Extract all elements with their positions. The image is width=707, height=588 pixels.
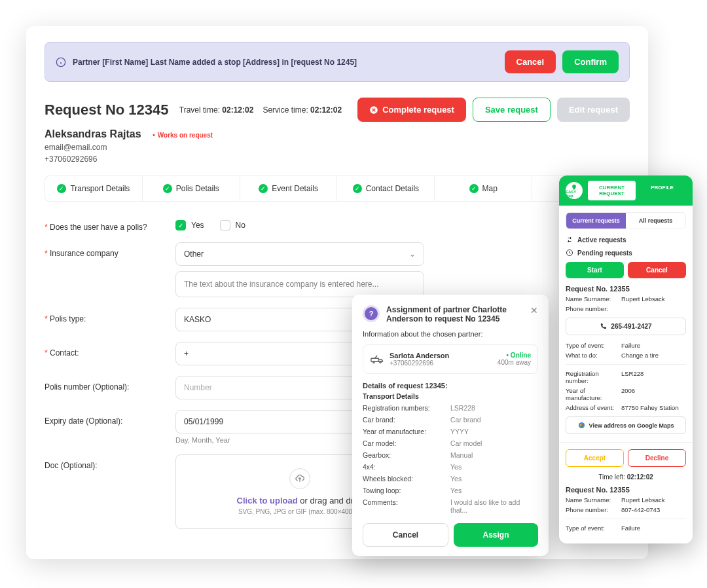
call-phone-button[interactable]: 265-491-2427 <box>566 318 686 335</box>
client-email: email@email.com <box>45 143 630 152</box>
view-on-google-maps-button[interactable]: View address on Google Maps <box>566 416 686 434</box>
accept-button[interactable]: Accept <box>566 449 624 467</box>
transport-details-heading: Transport Details <box>363 392 538 400</box>
checkbox-unchecked-icon <box>220 220 230 230</box>
mobile-app-card: EASY App CURRENT REQUEST PROFILE Current… <box>559 175 693 543</box>
mobile-header: EASY App CURRENT REQUEST PROFILE <box>559 175 693 206</box>
dialog-cancel-button[interactable]: Cancel <box>363 523 448 547</box>
svg-rect-5 <box>371 358 379 361</box>
upload-cloud-icon <box>289 468 310 489</box>
main-desktop-card: Partner [First Name] Last Name added a s… <box>26 26 648 559</box>
app-logo-icon: EASY App <box>566 182 583 199</box>
tab-event-details[interactable]: ✓Event Details <box>240 176 338 201</box>
mobile-start-button[interactable]: Start <box>566 262 624 278</box>
dialog-subtitle: Information about the chosen partner: <box>363 330 538 338</box>
clock-icon <box>566 249 573 257</box>
active-requests-row[interactable]: Active requests <box>566 236 686 244</box>
check-icon: ✓ <box>163 184 172 193</box>
request-header: Request No 12345 Travel time: 02:12:02 S… <box>45 98 630 122</box>
request-2-title: Request No. 12355 <box>566 486 686 494</box>
label-doc: Doc (Optional): <box>45 454 175 470</box>
google-icon <box>578 422 585 429</box>
client-info: Aleksandras Rajtas Works on request emai… <box>45 128 630 164</box>
works-on-request-badge: Works on request <box>153 132 213 139</box>
insurance-description-input[interactable]: The text about the insurance company is … <box>175 271 424 297</box>
segment-current-requests[interactable]: Current requests <box>566 213 626 229</box>
tow-truck-icon <box>370 352 384 366</box>
decline-button[interactable]: Decline <box>628 449 686 467</box>
partner-card: Sarlota Anderson +37060292696 • Online 4… <box>363 344 538 374</box>
question-icon: ? <box>363 305 380 322</box>
mobile-segment-control: Current requests All requests <box>566 212 686 229</box>
notif-confirm-button[interactable]: Confirm <box>562 50 619 73</box>
label-insurance-company: Insurance company <box>45 242 175 258</box>
client-phone: +37060292696 <box>45 155 630 164</box>
travel-time: Travel time: 02:12:02 <box>179 105 254 115</box>
label-has-polis: Does the user have a polis? <box>45 216 175 232</box>
dialog-title: Assignment of partner Charlotte Anderson… <box>386 305 524 323</box>
details-label: Details of request 12345: <box>363 382 538 390</box>
assign-partner-dialog: ? Assignment of partner Charlotte Anders… <box>352 295 549 556</box>
svg-point-9 <box>578 422 584 428</box>
phone-icon <box>600 323 607 330</box>
label-polis-type: Polis type: <box>45 308 175 323</box>
close-icon[interactable]: ✕ <box>530 305 538 316</box>
svg-point-7 <box>380 361 382 363</box>
insurance-company-select[interactable]: Other⌄ <box>175 242 424 266</box>
label-contact: Contact: <box>45 342 175 358</box>
notification-bar: Partner [First Name] Last Name added a s… <box>45 42 630 82</box>
mobile-tab-current-request[interactable]: CURRENT REQUEST <box>588 181 636 200</box>
client-name: Aleksandras Rajtas <box>45 128 141 140</box>
edit-request-button[interactable]: Edit request <box>557 98 630 122</box>
partner-name: Sarlota Anderson <box>390 352 492 359</box>
close-circle-icon <box>369 105 378 115</box>
checkbox-yes[interactable]: ✓Yes <box>175 220 204 230</box>
tab-transport-details[interactable]: ✓Transport Details <box>45 176 143 201</box>
info-icon <box>56 57 66 67</box>
service-time: Service time: 02:12:02 <box>263 105 342 115</box>
pending-requests-row[interactable]: Pending requests <box>566 249 686 257</box>
check-icon: ✓ <box>259 184 268 193</box>
check-icon: ✓ <box>57 184 66 193</box>
tab-map[interactable]: ✓Map <box>435 176 532 201</box>
complete-request-button[interactable]: Complete request <box>357 98 466 122</box>
time-left: Time left: 02:12:02 <box>566 473 686 481</box>
check-icon: ✓ <box>353 184 362 193</box>
tab-contact-details[interactable]: ✓Contact Details <box>337 176 435 201</box>
swap-icon <box>566 236 573 244</box>
chevron-down-icon: ⌄ <box>409 249 416 259</box>
page-title: Request No 12345 <box>45 101 169 119</box>
tab-polis-details[interactable]: ✓Polis Details <box>143 176 240 201</box>
check-icon: ✓ <box>469 184 479 193</box>
partner-online-status: • Online <box>498 352 531 359</box>
mobile-cancel-button[interactable]: Cancel <box>628 262 686 278</box>
dialog-assign-button[interactable]: Assign <box>454 523 538 547</box>
label-expiry-date: Expiry date (Optional): <box>45 410 175 426</box>
mobile-tab-profile[interactable]: PROFILE <box>638 181 686 200</box>
notif-cancel-button[interactable]: Cancel <box>505 50 556 73</box>
partner-distance: 400m away <box>498 359 531 366</box>
notification-message: Partner [First Name] Last Name added a s… <box>73 58 498 67</box>
request-1-title: Request No. 12355 <box>566 285 686 293</box>
partner-phone: +37060292696 <box>390 359 492 367</box>
checkbox-checked-icon: ✓ <box>175 220 186 230</box>
transport-details-grid: Registration numbers:LSR228 Car brand:Ca… <box>363 404 538 514</box>
svg-point-6 <box>373 361 375 363</box>
section-tabs: ✓Transport Details ✓Polis Details ✓Event… <box>45 175 630 202</box>
segment-all-requests[interactable]: All requests <box>626 213 685 229</box>
checkbox-no[interactable]: No <box>220 220 245 230</box>
label-polis-number: Polis number (Optional): <box>45 376 175 392</box>
save-request-button[interactable]: Save request <box>473 98 551 122</box>
